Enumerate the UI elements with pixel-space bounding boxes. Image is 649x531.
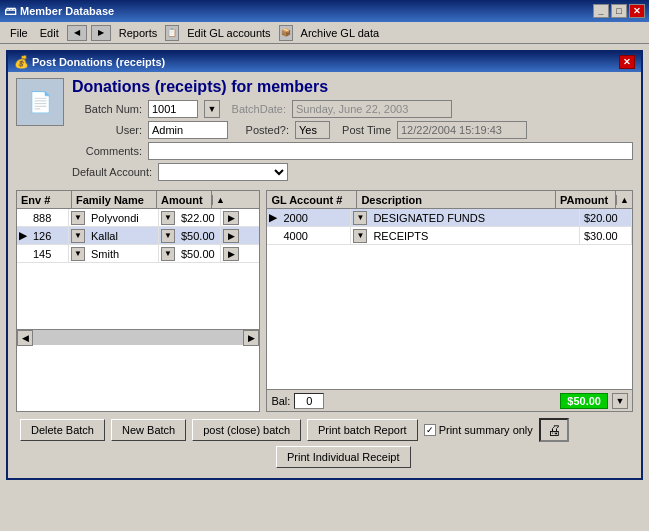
minimize-button[interactable]: _ [593, 4, 609, 18]
printer-icon-button[interactable]: 🖨 [539, 418, 569, 442]
balance-value: $50.00 [560, 393, 608, 409]
left-scroll-right[interactable]: ▶ [243, 330, 259, 346]
family-dropdown-2[interactable]: ▼ [161, 229, 175, 243]
amount-col-header: Amount [157, 191, 212, 208]
batch-num-dropdown[interactable]: ▼ [204, 100, 220, 118]
main-area: 💰 Post Donations (receipts) ✕ 📄 Donation… [0, 44, 649, 486]
family-dropdown-1[interactable]: ▼ [161, 211, 175, 225]
window-title: Member Database [20, 5, 114, 17]
batch-num-label: Batch Num: [72, 103, 142, 115]
print-summary-label: Print summary only [439, 424, 533, 436]
dialog-main-title: Donations (receipts) for members [72, 78, 633, 96]
dialog-body: 📄 Donations (receipts) for members Batch… [8, 72, 641, 478]
left-table-wrapper: Env # Family Name Amount ▲ [16, 190, 260, 412]
right-table-header: GL Account # Description PAmount ▲ [267, 191, 632, 209]
archive-icon: 📦 [279, 25, 293, 41]
dialog-title-icon: 💰 [14, 55, 28, 69]
header-doc-icon: 📄 [16, 78, 64, 126]
tables-section: Env # Family Name Amount ▲ [16, 190, 633, 412]
balance-label: Bal: [271, 395, 290, 407]
left-table-body: 888 ▼ Polyvondi ▼ $22.00 ▶ ▶ 126 [17, 209, 259, 329]
gl-dropdown-2[interactable]: ▼ [353, 229, 367, 243]
maximize-button[interactable]: □ [611, 4, 627, 18]
delete-batch-button[interactable]: Delete Batch [20, 419, 105, 441]
bottom-buttons-section: Delete Batch New Batch post (close) batc… [16, 412, 633, 446]
menu-bar: File Edit ◀ ▶ Reports 📋 Edit GL accounts… [0, 22, 649, 44]
family-cell: Polyvondi [87, 209, 159, 226]
menu-edit[interactable]: Edit [34, 25, 65, 41]
title-bar: 🗃 Member Database _ □ ✕ [0, 0, 649, 22]
batch-date-value: Sunday, June 22, 2003 [292, 100, 452, 118]
left-scroll-up[interactable]: ▲ [212, 195, 228, 205]
table-row[interactable]: ▶ 126 ▼ Kallal ▼ $50.00 ▶ [17, 227, 259, 245]
posted-label: Posted?: [234, 124, 289, 136]
comments-row: Comments: [72, 142, 633, 160]
env-cell: 126 [29, 227, 69, 244]
right-table-wrapper: GL Account # Description PAmount ▲ ▶ [266, 190, 633, 412]
printer-icon: 🖨 [547, 422, 561, 438]
user-input[interactable] [148, 121, 228, 139]
left-table-header: Env # Family Name Amount ▲ [17, 191, 259, 209]
env-dropdown-2[interactable]: ▼ [71, 229, 85, 243]
new-batch-button[interactable]: New Batch [111, 419, 186, 441]
env-cell: 888 [29, 209, 69, 226]
table-row[interactable]: ▶ 2000 ▼ DESIGNATED FUNDS $20.00 [267, 209, 632, 227]
default-account-row: Default Account: [72, 163, 633, 181]
menu-file[interactable]: File [4, 25, 34, 41]
print-batch-report-button[interactable]: Print batch Report [307, 419, 418, 441]
right-scroll-down[interactable]: ▼ [612, 393, 628, 409]
nav-forward-icon[interactable]: ▶ [91, 25, 111, 41]
env-cell: 145 [29, 245, 69, 262]
close-button[interactable]: ✕ [629, 4, 645, 18]
family-dropdown-3[interactable]: ▼ [161, 247, 175, 261]
desc-cell: DESIGNATED FUNDS [369, 209, 580, 226]
post-donations-dialog: 💰 Post Donations (receipts) ✕ 📄 Donation… [6, 50, 643, 480]
default-account-select[interactable] [158, 163, 288, 181]
dialog-title-bar: 💰 Post Donations (receipts) ✕ [8, 52, 641, 72]
gl-col-header: GL Account # [267, 191, 357, 208]
env-dropdown-1[interactable]: ▼ [71, 211, 85, 225]
spacer [20, 446, 120, 468]
print-summary-checkbox-area: ✓ Print summary only [424, 424, 533, 436]
right-table: GL Account # Description PAmount ▲ ▶ [266, 190, 633, 412]
env-dropdown-3[interactable]: ▼ [71, 247, 85, 261]
menu-archive-gl[interactable]: Archive GL data [295, 25, 385, 41]
user-row: User: Posted?: Yes Post Time [72, 121, 633, 139]
right-scroll-up-btn[interactable]: ▲ [616, 195, 632, 205]
table-row[interactable]: 888 ▼ Polyvondi ▼ $22.00 ▶ [17, 209, 259, 227]
pamount-cell: $30.00 [580, 227, 632, 244]
nav-back-icon[interactable]: ◀ [67, 25, 87, 41]
post-close-batch-button[interactable]: post (close) batch [192, 419, 301, 441]
window-icon: 🗃 [4, 4, 16, 18]
title-bar-buttons: _ □ ✕ [593, 4, 645, 18]
left-hscroll-track[interactable] [33, 330, 243, 345]
row-indicator: ▶ [17, 230, 29, 241]
right-table-body: ▶ 2000 ▼ DESIGNATED FUNDS $20.00 4000 ▼ [267, 209, 632, 329]
amount-cell: $22.00 [177, 209, 221, 226]
left-scroll-left[interactable]: ◀ [17, 330, 33, 346]
env-col-header: Env # [17, 191, 72, 208]
header-section: 📄 Donations (receipts) for members Batch… [16, 78, 633, 184]
desc-col-header: Description [357, 191, 556, 208]
batch-num-input[interactable] [148, 100, 198, 118]
menu-edit-gl[interactable]: Edit GL accounts [181, 25, 276, 41]
table-row[interactable]: 4000 ▼ RECEIPTS $30.00 [267, 227, 632, 245]
dialog-title-text: Post Donations (receipts) [32, 56, 165, 68]
balance-zero: 0 [294, 393, 324, 409]
gl-dropdown-1[interactable]: ▼ [353, 211, 367, 225]
row-arrow-2[interactable]: ▶ [223, 229, 239, 243]
row-arrow-3[interactable]: ▶ [223, 247, 239, 261]
posted-value: Yes [295, 121, 330, 139]
menu-reports[interactable]: Reports [113, 25, 164, 41]
post-time-value [397, 121, 527, 139]
comments-input[interactable] [148, 142, 633, 160]
family-cell: Smith [87, 245, 159, 262]
comments-label: Comments: [72, 145, 142, 157]
gl-cell: 2000 [279, 209, 351, 226]
print-individual-button[interactable]: Print Individual Receipt [276, 446, 411, 468]
print-summary-checkbox[interactable]: ✓ [424, 424, 436, 436]
dialog-close-button[interactable]: ✕ [619, 55, 635, 69]
table-row[interactable]: 145 ▼ Smith ▼ $50.00 ▶ [17, 245, 259, 263]
row-arrow-1[interactable]: ▶ [223, 211, 239, 225]
family-col-header: Family Name [72, 191, 157, 208]
